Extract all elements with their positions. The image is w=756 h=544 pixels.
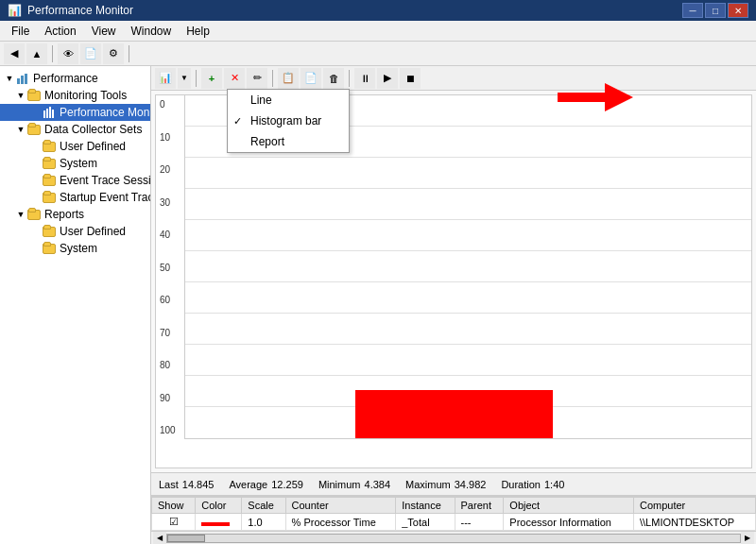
row-counter: % Processor Time (285, 514, 396, 531)
clear-btn[interactable]: 🗑 (323, 68, 344, 89)
sidebar-item-monitoring-tools[interactable]: ▼ Monitoring Tools (0, 87, 150, 104)
ets-label: Event Trace Sessions (60, 174, 150, 187)
data-table: Show Color Scale Counter Instance Parent… (151, 495, 756, 531)
udr-icon (42, 224, 57, 239)
close-button[interactable]: ✕ (728, 3, 748, 18)
perf-monitor-label: Performance Monitor (60, 106, 150, 119)
sidebar-item-user-defined-dcs[interactable]: User Defined (0, 138, 150, 155)
sidebar-item-user-defined-rep[interactable]: User Defined (0, 223, 150, 240)
expand-reports[interactable]: ▼ (15, 209, 26, 220)
sidebar-item-performance[interactable]: ▼ Performance (0, 70, 150, 87)
menu-window[interactable]: Window (124, 21, 180, 41)
reports-label: Reports (44, 208, 84, 221)
toolbar-separator-1 (52, 45, 53, 62)
stats-bar: Last 14.845 Average 12.259 Minimum 4.384… (151, 472, 756, 495)
duration-label: Duration (501, 479, 541, 490)
chart-view-btn[interactable]: 📊 (155, 68, 176, 89)
chart-type-dropdown: Line Histogram bar Report (227, 89, 350, 153)
stop-btn[interactable]: ⏹ (400, 68, 421, 89)
col-computer: Computer (633, 498, 755, 514)
col-parent: Parent (455, 498, 504, 514)
toolbar-separator-2 (129, 45, 129, 62)
sidebar-item-data-collector-sets[interactable]: ▼ Data Collector Sets (0, 121, 150, 138)
grid-line-90 (185, 157, 751, 158)
udr-label: User Defined (60, 225, 126, 238)
grid-line-30 (185, 344, 751, 345)
main-toolbar: ◀ ▲ 👁 📄 ⚙ (0, 42, 756, 66)
delete-counter-btn[interactable]: ✕ (224, 68, 245, 89)
scrollbar-track[interactable] (166, 534, 741, 543)
chart-toolbar: 📊 ▼ + ✕ ✏ 📋 📄 🗑 ⏸ ▶ ⏹ Line Histogram bar (151, 66, 756, 91)
minimum-value: 4.384 (365, 479, 391, 490)
y-axis: 100 90 80 70 60 50 40 30 20 10 0 (156, 95, 184, 439)
expand-sets (30, 192, 42, 203)
sr-icon (42, 241, 57, 256)
app-icon: 📊 (8, 4, 22, 17)
svg-rect-3 (43, 110, 45, 118)
report-label: Report (250, 135, 284, 148)
last-label: Last (159, 479, 179, 490)
histogram-bar-processor (355, 390, 554, 438)
dcs-icon (26, 122, 42, 137)
col-counter: Counter (285, 498, 396, 514)
expand-udr (30, 226, 42, 237)
expand-performance[interactable]: ▼ (4, 73, 15, 84)
minimize-button[interactable]: ─ (682, 3, 703, 18)
freeze-btn[interactable]: ⏸ (354, 68, 375, 89)
sidebar-item-system-dcs[interactable]: System (0, 155, 150, 172)
dropdown-report[interactable]: Report (228, 131, 349, 152)
add-counter-btn[interactable]: + (201, 68, 222, 89)
sidebar-item-reports[interactable]: ▼ Reports (0, 206, 150, 223)
expand-ud-dcs (30, 141, 42, 152)
col-show: Show (152, 498, 196, 514)
row-show[interactable]: ☑ (152, 514, 196, 531)
maximize-button[interactable]: □ (705, 3, 726, 18)
sr-label: System (60, 242, 97, 255)
paste-btn[interactable]: 📄 (301, 68, 321, 89)
dropdown-line[interactable]: Line (228, 90, 349, 110)
table-row[interactable]: ☑ 1.0 % Processor Time _Total --- Proces… (152, 514, 756, 531)
sidebar-item-performance-monitor[interactable]: Performance Monitor (0, 104, 150, 121)
expand-sys-dcs (30, 158, 42, 169)
expand-dcs[interactable]: ▼ (15, 124, 26, 135)
performance-icon (15, 71, 30, 86)
back-button[interactable]: ◀ (4, 43, 25, 64)
play-btn[interactable]: ▶ (377, 68, 398, 89)
last-value: 14.845 (182, 479, 215, 490)
grid-line-50 (185, 281, 751, 282)
sidebar-item-system-rep[interactable]: System (0, 240, 150, 257)
menu-help[interactable]: Help (179, 21, 217, 41)
sidebar-item-startup-event[interactable]: Startup Event Trace Sess... (0, 189, 150, 206)
scroll-right-btn[interactable]: ▶ (741, 532, 754, 545)
up-button[interactable]: ▲ (26, 43, 47, 64)
ets-icon (42, 173, 57, 188)
show-hide-button[interactable]: 👁 (58, 43, 78, 64)
copy-btn[interactable]: 📋 (278, 68, 299, 89)
grid-line-60 (185, 250, 751, 251)
sidebar-item-event-trace[interactable]: Event Trace Sessions (0, 172, 150, 189)
grid-line-20 (185, 375, 751, 376)
maximum-value: 34.982 (455, 479, 487, 490)
sys-dcs-icon (42, 156, 57, 171)
stat-last: Last 14.845 (159, 479, 214, 490)
sidebar-scroll[interactable]: ▼ Performance ▼ (0, 66, 150, 544)
scrollbar-thumb[interactable] (167, 535, 205, 542)
scroll-left-btn[interactable]: ◀ (153, 532, 166, 545)
dropdown-histogram[interactable]: Histogram bar (228, 110, 349, 131)
menu-action[interactable]: Action (37, 21, 83, 41)
expand-monitoring[interactable]: ▼ (15, 90, 26, 101)
menu-file[interactable]: File (4, 21, 37, 41)
expand-sr (30, 243, 42, 254)
reports-icon (26, 207, 42, 222)
col-color: Color (196, 498, 242, 514)
chart-view-dropdown[interactable]: ▼ (178, 68, 191, 89)
menu-view[interactable]: View (84, 21, 124, 41)
performance-label: Performance (33, 72, 98, 85)
properties-button[interactable]: ⚙ (103, 43, 124, 64)
horizontal-scrollbar[interactable]: ◀ ▶ (151, 531, 756, 544)
highlight-btn[interactable]: ✏ (247, 68, 267, 89)
new-button[interactable]: 📄 (80, 43, 101, 64)
monitoring-tools-label: Monitoring Tools (44, 89, 127, 102)
row-scale: 1.0 (242, 514, 285, 531)
duration-value: 1:40 (544, 479, 564, 490)
